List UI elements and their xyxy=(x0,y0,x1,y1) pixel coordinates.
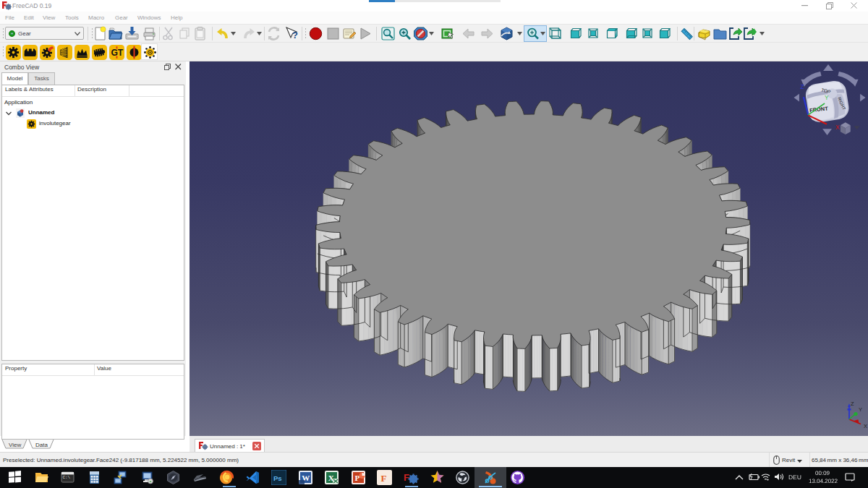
svg-text:Y: Y xyxy=(859,406,862,413)
svg-text:Y: Y xyxy=(825,94,829,101)
svg-text:C:\: C:\ xyxy=(62,475,70,480)
svg-text:P: P xyxy=(354,474,359,482)
svg-text:View: View xyxy=(9,442,21,448)
svg-text:F: F xyxy=(381,473,387,484)
svg-text:X: X xyxy=(864,423,867,429)
svg-text:Data: Data xyxy=(35,442,48,448)
svg-text:Z: Z xyxy=(851,401,854,407)
svg-text:Ps: Ps xyxy=(273,474,282,482)
svg-text:Z: Z xyxy=(800,83,804,90)
svg-text:F: F xyxy=(404,472,409,483)
svg-text:?: ? xyxy=(292,30,298,40)
svg-text:X: X xyxy=(835,124,840,131)
